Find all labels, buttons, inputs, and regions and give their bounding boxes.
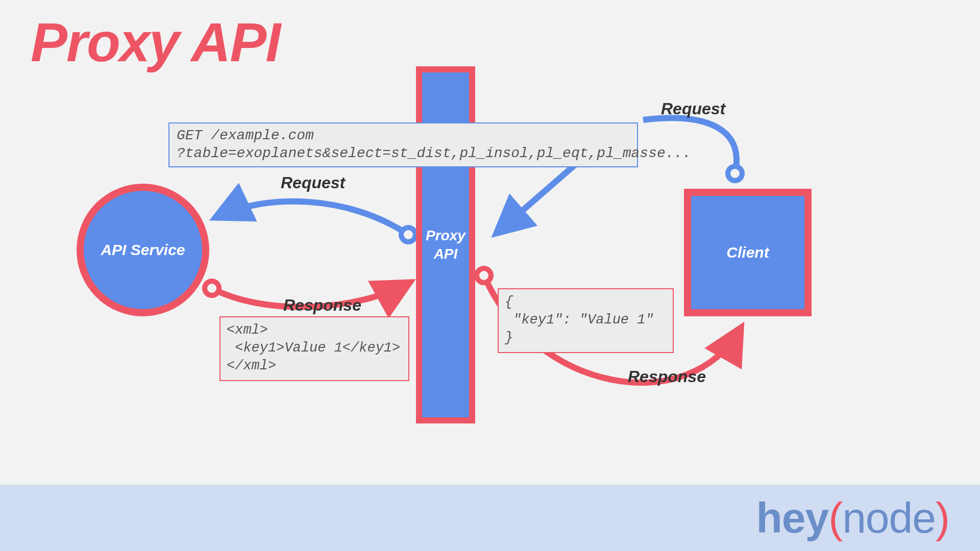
json-response-box: { "key1": "Value 1" } xyxy=(498,288,674,353)
flow-label-response-right: Response xyxy=(628,367,706,386)
diagram-title: Proxy API xyxy=(31,10,280,74)
xml-response-box: <xml> <key1>Value 1</key1> </xml> xyxy=(219,316,409,381)
client-label: Client xyxy=(726,244,769,261)
flow-label-request-right: Request xyxy=(661,99,725,118)
api-service-node: API Service xyxy=(77,184,209,316)
api-service-label: API Service xyxy=(101,241,185,259)
svg-point-1 xyxy=(401,228,415,242)
logo-close-paren: ) xyxy=(936,494,949,542)
logo-open-paren: ( xyxy=(828,494,842,542)
heynode-logo: hey(node) xyxy=(756,493,949,543)
flow-label-request-left: Request xyxy=(281,173,345,192)
logo-node: node xyxy=(842,494,936,542)
proxy-node: Proxy API xyxy=(416,66,475,423)
client-node: Client xyxy=(684,189,812,316)
request-code-box: GET /example.com ?table=exoplanets&selec… xyxy=(168,122,638,167)
logo-hey: hey xyxy=(756,494,828,542)
flow-label-response-left: Response xyxy=(283,296,361,315)
footer-bar: hey(node) xyxy=(0,485,980,551)
svg-point-0 xyxy=(728,166,742,181)
svg-point-3 xyxy=(477,268,491,283)
proxy-node-label: Proxy API xyxy=(426,227,465,264)
svg-point-2 xyxy=(205,281,219,295)
